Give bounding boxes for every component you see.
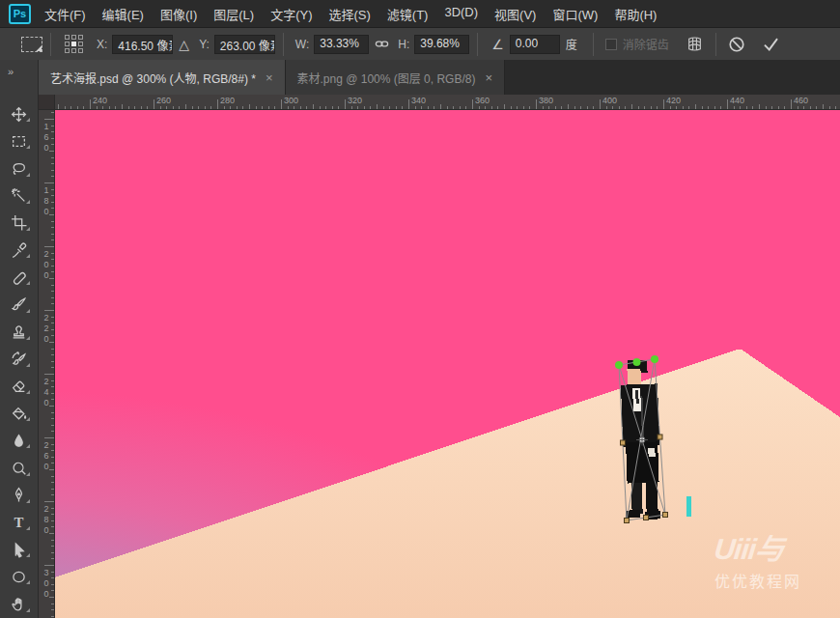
path-selection-tool[interactable]	[0, 536, 39, 563]
ruler-tick	[44, 119, 54, 120]
menu-item[interactable]: 图层(L)	[213, 5, 254, 23]
close-tab-icon[interactable]: ×	[266, 70, 273, 85]
ruler-tick	[44, 437, 54, 438]
brush-tool[interactable]	[0, 291, 39, 318]
ruler-tick	[625, 106, 626, 109]
ruler-tick	[166, 106, 167, 109]
ruler-tick	[784, 106, 785, 109]
crop-tool[interactable]	[0, 210, 39, 237]
reference-point-locator[interactable]	[65, 35, 83, 53]
ellipse-tool[interactable]	[0, 563, 39, 590]
y-input[interactable]: 263.00 像素	[214, 35, 275, 54]
ruler-tick	[49, 469, 54, 470]
ruler-tick	[51, 266, 54, 267]
magic-wand-tool[interactable]	[0, 183, 39, 210]
ruler-origin-corner[interactable]	[39, 95, 55, 110]
menu-item[interactable]: 选择(S)	[328, 5, 370, 23]
ruler-tick	[511, 106, 512, 109]
height-input[interactable]: 39.68%	[414, 35, 469, 54]
ruler-tick	[49, 406, 54, 407]
relative-position-delta-icon[interactable]: △	[179, 37, 189, 52]
magic-wand-tool-icon	[11, 187, 27, 204]
document-tab[interactable]: 素材.png @ 100% (图层 0, RGB/8)×	[286, 60, 506, 95]
ruler-tick	[580, 106, 581, 109]
collapse-panel-icon[interactable]: »	[0, 60, 38, 83]
spot-healing-brush-tool-icon	[11, 269, 27, 286]
ruler-tick	[192, 106, 193, 109]
menu-item[interactable]: 图像(I)	[160, 5, 197, 23]
ruler-tick	[51, 457, 54, 458]
ruler-tick	[51, 303, 54, 304]
y-label: Y:	[199, 38, 210, 51]
ruler-tick	[364, 106, 365, 109]
hand-tool[interactable]	[0, 590, 39, 617]
history-brush-tool[interactable]	[0, 346, 39, 373]
cancel-transform-icon[interactable]	[724, 32, 749, 57]
path-selection-tool-icon	[11, 542, 27, 558]
canvas[interactable]: Uiii与 优优教程网	[55, 110, 840, 618]
paint-bucket-tool-icon	[11, 406, 27, 422]
rectangular-marquee-tool[interactable]	[0, 127, 39, 154]
ruler-tick	[51, 234, 54, 235]
ruler-tick	[548, 106, 549, 109]
eraser-tool[interactable]	[0, 373, 39, 400]
ruler-tick	[51, 144, 54, 145]
ruler-tick	[230, 106, 231, 109]
menu-item[interactable]: 3D(D)	[444, 5, 478, 23]
ruler-tick	[210, 106, 211, 109]
ruler-tick	[408, 99, 409, 109]
type-tool[interactable]: T	[0, 509, 39, 536]
green-anchor-dot	[615, 361, 623, 369]
lasso-tool[interactable]	[0, 154, 39, 182]
paint-bucket-tool[interactable]	[0, 400, 39, 427]
eyedropper-tool[interactable]	[0, 237, 39, 264]
commit-transform-icon[interactable]	[759, 32, 784, 57]
ruler-tick	[51, 577, 54, 578]
dodge-tool[interactable]	[0, 454, 39, 481]
blur-tool[interactable]	[0, 427, 39, 454]
width-input[interactable]: 33.33%	[314, 35, 369, 54]
menu-item[interactable]: 编辑(E)	[102, 5, 144, 23]
menu-item[interactable]: 帮助(H)	[614, 5, 657, 23]
divider	[477, 33, 478, 56]
x-input[interactable]: 416.50 像素	[112, 35, 173, 54]
ruler-tick	[51, 540, 54, 541]
type-tool-icon: T	[11, 514, 27, 530]
ruler-tick	[294, 106, 294, 109]
ruler-tick	[49, 214, 54, 215]
svg-text:T: T	[14, 515, 24, 530]
ruler-tick	[51, 297, 54, 298]
workspace: » T 艺术海报.psd @ 300% (人物, RGB/8#) *×素材.pn…	[0, 60, 840, 618]
pen-tool[interactable]	[0, 482, 39, 509]
angle-input[interactable]: 0.00	[510, 35, 560, 54]
menu-item[interactable]: 文字(Y)	[270, 5, 312, 23]
ruler-label: 440	[730, 96, 744, 105]
document-tab[interactable]: 艺术海报.psd @ 300% (人物, RGB/8#) *×	[39, 60, 286, 95]
ruler-tick	[51, 584, 54, 585]
ruler-tick	[357, 106, 358, 109]
move-tool[interactable]	[0, 100, 39, 127]
ruler-tick	[803, 106, 804, 109]
menu-item[interactable]: 文件(F)	[44, 5, 86, 23]
warp-mode-icon[interactable]	[683, 32, 708, 57]
antialias-checkbox[interactable]	[605, 39, 617, 50]
close-tab-icon[interactable]: ×	[485, 70, 492, 85]
spot-healing-brush-tool[interactable]	[0, 264, 39, 291]
ruler-label: 320	[348, 96, 362, 105]
menu-item[interactable]: 窗口(W)	[552, 5, 598, 23]
pen-tool-icon	[11, 487, 27, 503]
clone-stamp-tool[interactable]	[0, 319, 39, 346]
menu-item[interactable]: 滤镜(T)	[387, 5, 429, 23]
tools-list: T	[0, 100, 39, 618]
hand-tool-icon	[11, 596, 27, 612]
ruler-tick	[109, 106, 110, 109]
ruler-tick	[644, 106, 645, 109]
ruler-tick	[778, 106, 779, 109]
photoshop-window: Ps 文件(F)编辑(E)图像(I)图层(L)文字(Y)选择(S)滤镜(T)3D…	[0, 0, 840, 618]
ruler-tick	[332, 106, 333, 109]
ruler-tick	[51, 329, 54, 330]
document-area: 艺术海报.psd @ 300% (人物, RGB/8#) *×素材.png @ …	[39, 60, 840, 618]
menu-item[interactable]: 视图(V)	[494, 5, 536, 23]
link-dimensions-icon[interactable]	[369, 32, 394, 57]
width-label: W:	[295, 38, 309, 51]
